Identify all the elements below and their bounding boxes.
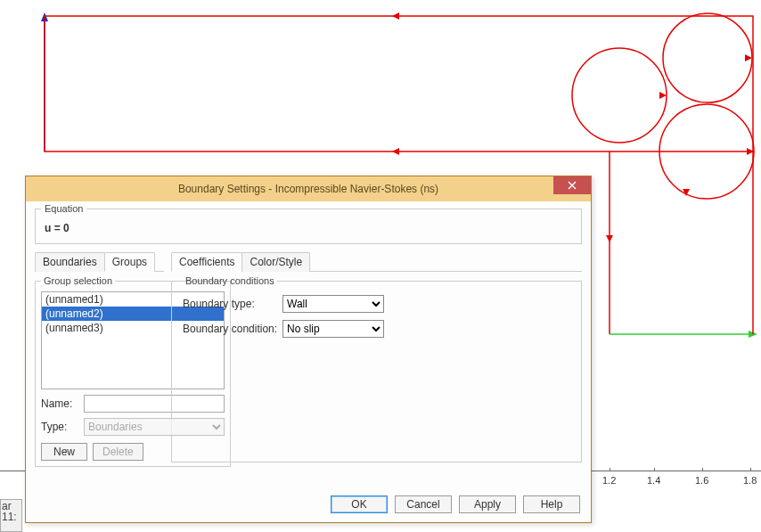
tab-coefficients[interactable]: Coefficients	[171, 252, 242, 272]
cancel-button[interactable]: Cancel	[395, 495, 452, 513]
axis-tick: 1.2	[602, 475, 616, 486]
boundary-type-select[interactable]: Wall	[282, 295, 384, 313]
type-label: Type:	[41, 421, 78, 433]
dialog-title: Boundary Settings - Incompressible Navie…	[178, 183, 438, 195]
boundary-settings-dialog: Boundary Settings - Incompressible Navie…	[25, 176, 592, 523]
status-strip: ar 11:	[0, 499, 22, 532]
boundary-conditions-fieldset: Boundary conditions Boundary type: Wall …	[171, 275, 582, 462]
axis-tick: 1.4	[647, 475, 660, 486]
status-line-2: 11:	[2, 512, 20, 522]
equation-text: u = 0	[45, 222, 572, 234]
delete-button: Delete	[93, 443, 143, 461]
equation-panel: Equation u = 0	[35, 209, 582, 244]
dialog-button-row: OK Cancel Apply Help	[331, 495, 580, 513]
group-selection-legend: Group selection	[41, 275, 115, 286]
bc-legend: Boundary conditions	[183, 275, 277, 286]
left-tabstrip: Boundaries Groups	[35, 251, 164, 272]
tab-color-style[interactable]: Color/Style	[241, 252, 310, 272]
equation-legend: Equation	[41, 203, 86, 214]
right-tabstrip: Coefficients Color/Style	[171, 251, 582, 272]
ok-button[interactable]: OK	[331, 495, 388, 513]
close-icon	[568, 181, 577, 190]
boundary-type-label: Boundary type:	[183, 298, 282, 310]
boundary-condition-select[interactable]: No slip	[282, 320, 384, 338]
type-select: Boundaries	[84, 418, 225, 436]
axis-tick: 1.8	[743, 475, 757, 486]
axis-tick: 1.6	[695, 475, 708, 486]
tab-groups[interactable]: Groups	[104, 252, 155, 272]
new-button[interactable]: New	[41, 443, 87, 461]
boundary-condition-label: Boundary condition:	[183, 323, 282, 335]
apply-button[interactable]: Apply	[459, 495, 516, 513]
help-button[interactable]: Help	[523, 495, 580, 513]
titlebar[interactable]: Boundary Settings - Incompressible Navie…	[26, 176, 591, 201]
name-label: Name:	[41, 397, 78, 410]
close-button[interactable]	[553, 176, 591, 194]
tab-boundaries[interactable]: Boundaries	[35, 252, 105, 272]
